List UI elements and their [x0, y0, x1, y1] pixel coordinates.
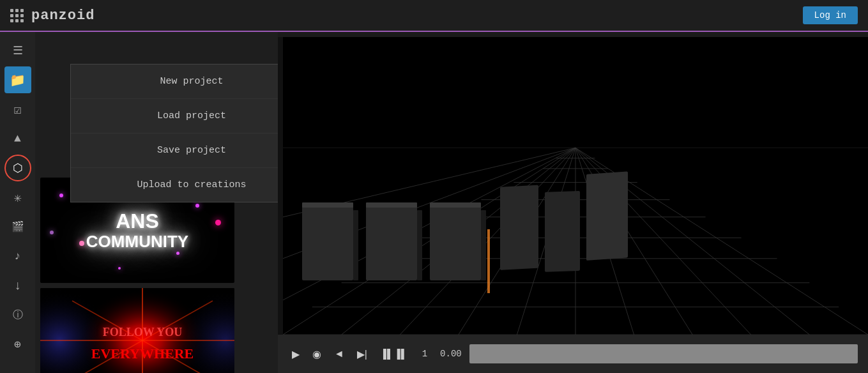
- waveform-icon: ▐▌▐▌: [380, 349, 408, 359]
- step-forward-icon: ▶|: [357, 348, 367, 360]
- thumbnails-panel: ANS COMMUNITY: [35, 172, 240, 373]
- time-display: 0.00: [440, 349, 462, 359]
- save-project-item[interactable]: Save project: [71, 133, 278, 168]
- svg-rect-43: [366, 204, 417, 280]
- apps-grid-icon[interactable]: [10, 9, 24, 22]
- viewport-3d-blocks: [302, 165, 685, 296]
- playback-timeline[interactable]: [469, 344, 858, 363]
- landscape-icon: ▲: [14, 132, 21, 145]
- playback-info: 1 0.00: [417, 349, 462, 359]
- login-button[interactable]: Log in: [803, 6, 858, 24]
- sidebar-menu-icon[interactable]: ☰: [4, 37, 31, 64]
- svg-rect-44: [366, 202, 417, 208]
- thumbnails-panel-wrapper: New project Load project Save project Up…: [35, 32, 278, 373]
- burst-icon: ✳: [13, 190, 21, 206]
- svg-rect-40: [302, 204, 353, 280]
- svg-rect-46: [430, 204, 481, 280]
- step-forward-button[interactable]: ▶|: [353, 346, 371, 363]
- upload-creations-item[interactable]: Upload to creations: [71, 168, 278, 202]
- svg-rect-45: [417, 210, 422, 280]
- info-icon: ⓘ: [13, 308, 23, 322]
- sidebar-folder-icon[interactable]: 📁: [4, 66, 31, 93]
- brand-name: panzoid: [31, 8, 95, 24]
- cube-icon: ⬡: [13, 161, 23, 175]
- viewport-area: ▶ ◉ ◄ ▶| ▐▌▐▌ 1 0.00: [278, 32, 868, 373]
- ans-community-title-line2: COMMUNITY: [86, 232, 188, 251]
- hamburger-icon: ☰: [13, 43, 23, 57]
- sidebar-video-icon[interactable]: 🎬: [4, 213, 31, 240]
- video-camera-icon: 🎬: [11, 220, 24, 233]
- svg-rect-51: [586, 171, 628, 261]
- left-sidebar: ☰ 📁 ☑ ▲ ⬡ ✳ 🎬 ♪ ↓ ⓘ ⊕: [0, 32, 35, 373]
- music-note-icon: ♪: [14, 250, 21, 263]
- svg-rect-41: [302, 202, 353, 208]
- viewport-top-space: [278, 32, 868, 37]
- main-content: ☰ 📁 ☑ ▲ ⬡ ✳ 🎬 ♪ ↓ ⓘ ⊕: [0, 32, 868, 373]
- sidebar-cube-icon[interactable]: ⬡: [4, 155, 31, 181]
- svg-rect-42: [353, 210, 358, 280]
- svg-rect-49: [500, 185, 538, 270]
- svg-rect-48: [481, 210, 486, 280]
- settings-icon: ⊕: [14, 337, 21, 351]
- playback-controls: ▶ ◉ ◄ ▶| ▐▌▐▌ 1 0.00: [278, 335, 868, 373]
- sidebar-music-icon[interactable]: ♪: [4, 243, 31, 270]
- svg-text:EVERYWHERE: EVERYWHERE: [91, 346, 194, 362]
- volume-button[interactable]: ◄: [330, 346, 348, 362]
- new-project-item[interactable]: New project: [71, 65, 278, 99]
- sidebar-landscape-icon[interactable]: ▲: [4, 125, 31, 152]
- sidebar-download-icon[interactable]: ↓: [4, 272, 31, 299]
- eye-button[interactable]: ◉: [308, 346, 325, 363]
- sidebar-info-icon[interactable]: ⓘ: [4, 301, 31, 328]
- download-icon: ↓: [13, 278, 21, 293]
- folder-icon: 📁: [10, 72, 26, 88]
- frame-number: 1: [422, 349, 427, 359]
- svg-rect-50: [545, 191, 580, 272]
- load-project-item[interactable]: Load project: [71, 99, 278, 133]
- svg-rect-47: [430, 202, 481, 208]
- ans-community-title-line1: ANS: [86, 210, 188, 232]
- play-button[interactable]: ▶: [288, 346, 303, 363]
- dropdown-menu: New project Load project Save project Up…: [70, 64, 278, 202]
- sidebar-checkbox-icon[interactable]: ☑: [4, 96, 31, 123]
- sidebar-burst-icon[interactable]: ✳: [4, 184, 31, 211]
- waveform-button[interactable]: ▐▌▐▌: [376, 346, 412, 362]
- thumbnail-red-explosion[interactable]: FOLLOW YOU EVERYWHERE: [40, 288, 234, 373]
- svg-rect-52: [487, 229, 490, 293]
- topbar: panzoid Log in: [0, 0, 868, 32]
- viewport-canvas[interactable]: [283, 37, 868, 335]
- sidebar-settings-icon[interactable]: ⊕: [4, 331, 31, 358]
- checkbox-icon: ☑: [13, 102, 21, 118]
- svg-text:FOLLOW YOU: FOLLOW YOU: [103, 326, 183, 339]
